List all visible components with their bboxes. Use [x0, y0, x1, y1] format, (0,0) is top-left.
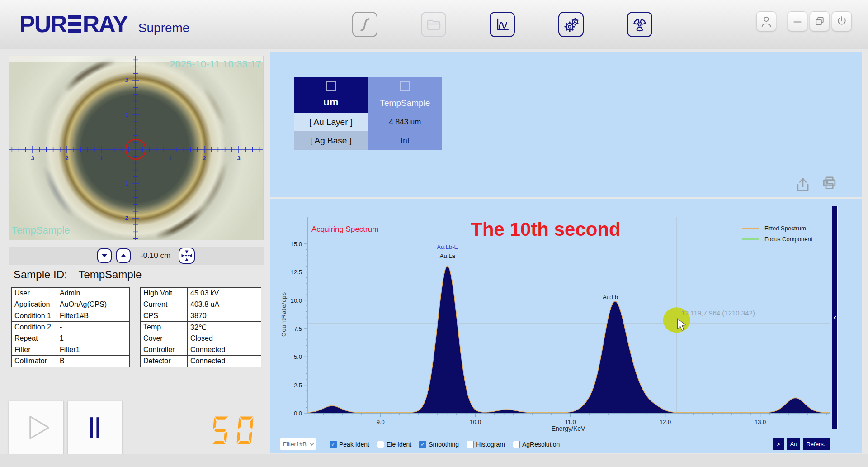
fitted-spectrum-line	[307, 266, 829, 413]
status-value: 3870	[188, 310, 261, 322]
window-controls	[756, 11, 852, 31]
brand-suffix: RAY	[83, 10, 127, 38]
info-value: -	[57, 322, 130, 333]
condition-dropdown[interactable]: Filter1#B	[280, 438, 316, 450]
spectrum-panel: 0.02.55.07.510.012.515.09.010.011.012.01…	[270, 199, 862, 453]
status-key: CPS	[141, 310, 188, 322]
results-table: um TempSample[ Au Layer ] 4.843 um[ Ag B…	[294, 77, 442, 150]
print-button[interactable]	[820, 174, 839, 193]
x-axis-label: Energy/KeV	[523, 425, 613, 432]
power-icon	[834, 14, 849, 29]
results-unit-checkbox[interactable]	[326, 81, 336, 91]
checkbox-smoothing-box[interactable]: ✓	[419, 441, 426, 448]
checkbox-smoothing[interactable]: ✓ Smoothing	[419, 441, 459, 448]
y-tick-label: 0.0	[294, 410, 302, 417]
settings-button[interactable]	[558, 12, 584, 37]
camera-view[interactable]: 1122331122 2025-10-11 10:33:17 TempSampl…	[9, 56, 264, 240]
stage-position-readout: -0.10 cm	[141, 251, 170, 260]
play-icon	[16, 408, 57, 448]
svg-text:1: 1	[125, 180, 128, 187]
checkbox-ele-ident-box[interactable]	[377, 441, 384, 448]
stage-center-button[interactable]	[179, 248, 195, 264]
gears-icon	[561, 14, 581, 34]
layer-value-cell: Inf	[368, 131, 442, 150]
status-key: Current	[141, 299, 188, 310]
checkbox-agresolution-box[interactable]	[513, 441, 520, 448]
chart-side-scrollbar[interactable]	[832, 206, 838, 429]
legend-label: Fitted Spectrum	[764, 225, 806, 232]
y-tick-label: 15.0	[291, 241, 302, 248]
svg-text:3: 3	[31, 155, 34, 162]
checkbox-histogram-label: Histogram	[476, 441, 505, 448]
arrow-down-icon	[99, 250, 110, 262]
checkbox-ele-ident-label: Ele Ident	[387, 441, 411, 448]
svg-text:3: 3	[237, 155, 240, 162]
xray-source-button[interactable]	[627, 12, 652, 37]
minimize-button[interactable]	[788, 11, 807, 31]
references-button[interactable]: Refers..	[803, 438, 830, 450]
info-key: User	[12, 288, 57, 299]
x-tick-label: 10.0	[470, 419, 481, 425]
info-row: ApplicationAuOnAg(CPS)	[12, 299, 130, 310]
center-stage-icon	[180, 249, 193, 262]
stage-up-button[interactable]	[116, 248, 131, 263]
instrument-status-table: High Volt45.03 kVCurrent403.8 uACPS3870T…	[140, 287, 261, 367]
sample-id-value: TempSample	[78, 268, 142, 281]
restore-button[interactable]	[810, 11, 830, 31]
checkbox-histogram[interactable]: Histogram	[467, 441, 505, 448]
user-button[interactable]	[756, 11, 776, 31]
element-au-button[interactable]: Au	[787, 438, 801, 450]
pause-button[interactable]	[67, 401, 123, 455]
layer-value-cell: 4.843 um	[368, 113, 442, 131]
checkbox-histogram-box[interactable]	[467, 441, 474, 448]
info-value: Admin	[57, 288, 130, 299]
status-value: Connected	[188, 356, 261, 367]
info-row: UserAdmin	[12, 288, 130, 299]
chart-controls: Filter1#B ✓ Peak Ident Ele Ident ✓ Smoot…	[280, 438, 854, 450]
open-folder-button[interactable]	[421, 12, 446, 37]
results-sample-checkbox[interactable]	[400, 81, 410, 91]
peak-label: Au:Lb-E	[437, 243, 458, 250]
app-window: PUR RAY Supreme	[0, 0, 868, 467]
results-panel: um TempSample[ Au Layer ] 4.843 um[ Ag B…	[270, 52, 862, 197]
next-element-button[interactable]: >	[773, 438, 784, 450]
x-tick-label: 13.0	[755, 419, 766, 425]
y-tick-label: 12.5	[291, 269, 302, 276]
checkbox-peak-ident-box[interactable]: ✓	[330, 441, 337, 448]
main-toolbar	[352, 12, 652, 37]
sigmoid-curve-button[interactable]	[352, 12, 377, 37]
status-row: ControllerConnected	[141, 344, 261, 356]
display-options: ✓ Peak Ident Ele Ident ✓ Smoothing Histo…	[330, 441, 560, 448]
x-tick-label: 9.0	[377, 419, 385, 425]
sigmoid-icon	[355, 14, 375, 34]
brand-prefix: PUR	[19, 10, 66, 38]
export-button[interactable]	[793, 175, 812, 194]
restore-icon	[812, 14, 827, 29]
peak-label: Au:Lb	[603, 294, 618, 300]
sample-info-table: UserAdminApplicationAuOnAg(CPS)Condition…	[11, 287, 130, 367]
fitted-spectrum-swatch	[742, 228, 760, 229]
condition-dropdown-value: Filter1#B	[283, 441, 310, 448]
svg-text:1: 1	[99, 155, 103, 162]
camera-sample-label: TempSample	[12, 224, 70, 236]
checkbox-ele-ident[interactable]: Ele Ident	[377, 441, 411, 448]
spectrum-view-button[interactable]	[490, 12, 515, 37]
peak-label: Au:La	[440, 253, 456, 259]
chevron-left-icon	[833, 315, 837, 319]
svg-text:2: 2	[125, 77, 128, 84]
info-key: Application	[12, 299, 57, 310]
status-value: 45.03 kV	[188, 288, 261, 299]
status-key: Cover	[141, 333, 188, 344]
status-key: Controller	[141, 344, 188, 356]
info-value: Filter1#B	[57, 310, 130, 322]
play-button[interactable]	[9, 401, 64, 455]
chart-title: The 10th second	[442, 219, 650, 240]
stage-down-button[interactable]	[97, 248, 112, 263]
printer-icon	[820, 174, 839, 193]
power-button[interactable]	[832, 11, 852, 31]
checkbox-peak-ident[interactable]: ✓ Peak Ident	[330, 441, 369, 448]
checkbox-agresolution[interactable]: AgResolution	[513, 441, 560, 448]
legend-label: Focus Component	[764, 236, 812, 243]
status-row: CoverClosed	[141, 333, 261, 344]
sample-id-heading: Sample ID: TempSample	[14, 268, 142, 281]
